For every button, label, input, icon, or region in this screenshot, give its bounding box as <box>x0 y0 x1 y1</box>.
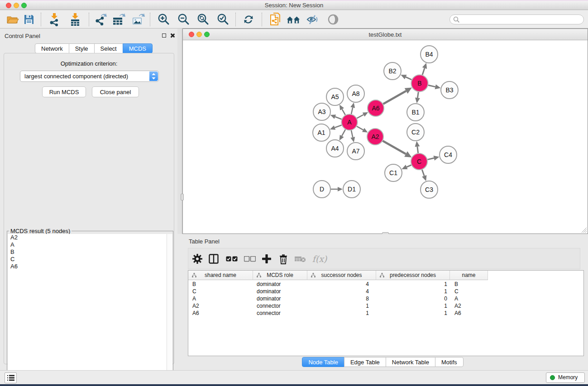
delete-column-button[interactable] <box>277 252 290 266</box>
table-row[interactable]: A6connector11A6 <box>188 310 583 317</box>
node-B2[interactable]: B2 <box>384 62 401 80</box>
table-row[interactable]: A2connector11A2 <box>188 302 583 310</box>
duplicate-network-button[interactable] <box>268 12 282 27</box>
edge-A-A5[interactable] <box>339 105 345 115</box>
pane-resize-handle[interactable] <box>181 194 184 200</box>
edge-A6-B[interactable] <box>383 88 412 104</box>
tab-network-table[interactable]: Network Table <box>386 357 435 367</box>
edge-C-C2[interactable] <box>415 141 420 153</box>
tab-motifs[interactable]: Motifs <box>435 357 464 367</box>
node-B[interactable]: B <box>411 75 428 92</box>
node-A2[interactable]: A2 <box>367 129 383 145</box>
edge-A-A6[interactable] <box>357 112 368 118</box>
import-table-button[interactable] <box>68 12 82 27</box>
node-C2[interactable]: C2 <box>407 124 424 141</box>
table-row[interactable]: Bdominator41B <box>188 281 583 288</box>
window-resize-grip[interactable] <box>580 226 587 233</box>
edge-A-A1[interactable] <box>330 125 342 129</box>
edge-A-A2[interactable] <box>357 126 368 133</box>
memory-button[interactable]: Memory <box>546 372 585 383</box>
network-window-titlebar[interactable]: testGlobe.txt <box>183 29 588 40</box>
tab-node-table[interactable]: Node Table <box>302 357 344 367</box>
delete-table-button[interactable] <box>293 252 307 266</box>
result-item[interactable]: A <box>8 241 167 248</box>
tab-select[interactable]: Select <box>94 43 123 53</box>
node-C3[interactable]: C3 <box>421 181 438 198</box>
column-header-predecessor-nodes[interactable]: predecessor nodes <box>376 271 450 280</box>
show-details-button[interactable] <box>326 12 340 27</box>
export-network-button[interactable] <box>93 12 108 27</box>
home-overview-button[interactable] <box>286 12 301 27</box>
save-session-button[interactable] <box>22 12 36 27</box>
task-history-button[interactable] <box>5 372 17 383</box>
edge-B-B4[interactable] <box>422 63 427 75</box>
zoom-in-button[interactable] <box>156 12 171 27</box>
edge-B-B3[interactable] <box>428 85 440 90</box>
edge-C-C4[interactable] <box>427 156 439 161</box>
hide-details-button[interactable] <box>306 12 320 27</box>
node-A7[interactable]: A7 <box>347 143 364 160</box>
edge-A-A7[interactable] <box>350 130 355 142</box>
edge-B-B1[interactable] <box>415 92 420 103</box>
node-D1[interactable]: D1 <box>343 181 360 198</box>
node-D[interactable]: D <box>313 181 330 198</box>
node-A4[interactable]: A4 <box>326 140 344 157</box>
tab-mcds[interactable]: MCDS <box>123 43 153 53</box>
column-header-MCDS-role[interactable]: MCDS role <box>253 271 307 280</box>
result-list-scrollbar[interactable] <box>167 234 172 383</box>
tab-style[interactable]: Style <box>69 43 95 53</box>
edge-C-C1[interactable] <box>402 165 411 169</box>
node-B3[interactable]: B3 <box>441 81 458 99</box>
select-all-rows-button[interactable] <box>225 252 239 266</box>
export-table-button[interactable] <box>111 12 126 27</box>
zoom-selected-button[interactable] <box>215 12 230 27</box>
node-B1[interactable]: B1 <box>407 104 424 121</box>
criterion-dropdown[interactable]: largest connected component (directed) <box>20 71 159 82</box>
add-column-button[interactable] <box>260 252 273 266</box>
float-panel-icon[interactable] <box>162 33 166 38</box>
tab-edge-table[interactable]: Edge Table <box>344 357 386 367</box>
column-header-name[interactable]: name <box>450 271 488 280</box>
edge-B-B2[interactable] <box>401 75 411 80</box>
node-C1[interactable]: C1 <box>385 164 402 181</box>
node-A8[interactable]: A8 <box>347 85 364 102</box>
result-item[interactable]: A6 <box>8 263 167 270</box>
open-session-button[interactable] <box>5 12 20 27</box>
run-mcds-button[interactable]: Run MCDS <box>42 86 86 97</box>
node-C4[interactable]: C4 <box>440 146 457 163</box>
edge-A2-C[interactable] <box>383 141 412 157</box>
edge-A-A4[interactable] <box>339 129 345 140</box>
close-panel-button[interactable]: Close panel <box>92 86 139 97</box>
node-A6[interactable]: A6 <box>368 100 384 116</box>
node-A1[interactable]: A1 <box>313 124 330 141</box>
table-row[interactable]: Adominator80A <box>188 295 583 302</box>
deselect-all-rows-button[interactable] <box>243 252 257 266</box>
zoom-fit-button[interactable] <box>196 12 210 27</box>
result-item[interactable]: C <box>8 256 167 263</box>
result-item[interactable]: A2 <box>8 234 167 241</box>
node-C[interactable]: C <box>411 153 427 170</box>
edge-D-D1[interactable] <box>331 187 343 191</box>
search-input[interactable] <box>462 15 580 24</box>
edge-A-A3[interactable] <box>330 114 342 119</box>
node-B4[interactable]: B4 <box>421 46 438 63</box>
node-A3[interactable]: A3 <box>313 103 330 120</box>
column-header-successor-nodes[interactable]: successor nodes <box>307 271 376 280</box>
import-network-button[interactable] <box>47 12 62 27</box>
node-A[interactable]: A <box>342 114 358 130</box>
export-image-button[interactable] <box>131 12 145 27</box>
column-header-shared-name[interactable]: shared name <box>188 271 253 280</box>
mcds-result-list[interactable]: A2ABCA6 <box>8 234 167 383</box>
result-item[interactable]: B <box>8 248 167 256</box>
refresh-network-button[interactable] <box>241 12 256 27</box>
function-builder-button[interactable]: f(x) <box>310 252 330 266</box>
node-A5[interactable]: A5 <box>326 88 344 105</box>
edge-A-A8[interactable] <box>350 103 355 114</box>
table-row[interactable]: Cdominator41C <box>188 288 583 295</box>
close-panel-icon[interactable] <box>170 33 175 38</box>
network-canvas[interactable]: AA1A2A3A4A5A6A7A8BB1B2B3B4CC1C2C3C4DD1 <box>183 40 588 234</box>
table-settings-button[interactable] <box>191 252 204 266</box>
select-columns-button[interactable] <box>207 252 220 266</box>
edge-C-C3[interactable] <box>422 170 426 181</box>
zoom-out-button[interactable] <box>176 12 191 27</box>
